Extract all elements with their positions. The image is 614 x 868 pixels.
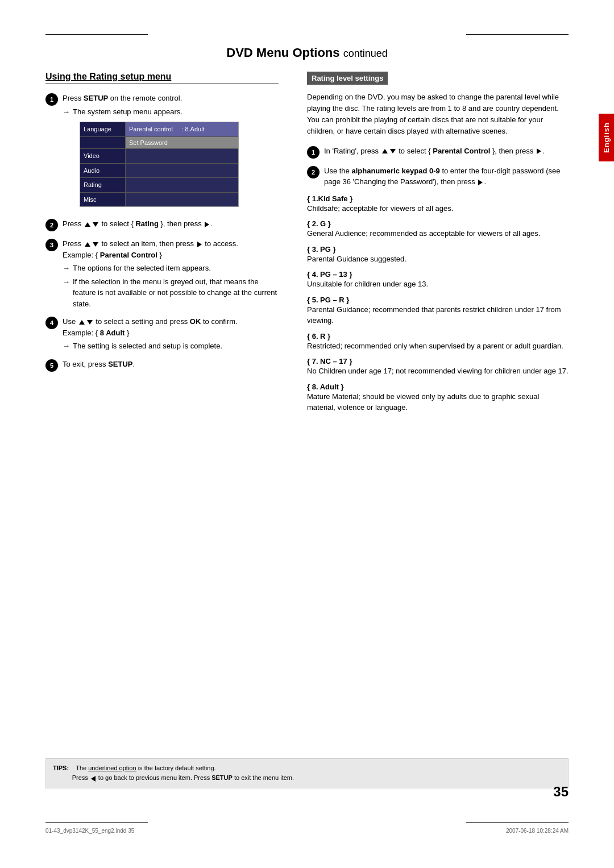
- right-step-1: 1 In 'Rating', press to select { Parenta…: [307, 146, 569, 159]
- rating-8-title: { 8. Adult }: [307, 383, 569, 391]
- page-title: DVD Menu Options continued: [0, 0, 614, 72]
- ratings-list: { 1.Kid Safe } Childsafe; acceptable for…: [307, 194, 569, 413]
- tips-box: TIPS: The underlined option is the facto…: [45, 758, 569, 788]
- right-step-2-content: Use the alphanumeric keypad 0-9 to enter…: [324, 165, 569, 188]
- rating-4-desc: Unsuitable for children under age 13.: [307, 279, 569, 290]
- rating-4: { 4. PG – 13 } Unsuitable for children u…: [307, 270, 569, 290]
- down-arrow-icon-r1: [390, 149, 396, 153]
- title-suffix: continued: [343, 48, 388, 59]
- right-step-2-number: 2: [307, 166, 320, 178]
- title-main: DVD Menu Options: [226, 45, 339, 60]
- menu-row-password: Set Password: [80, 137, 238, 149]
- arrow-icon-1: →: [63, 106, 70, 118]
- step-1-arrow: → The system setup menu appears.: [63, 106, 279, 118]
- menu-row-language: Language Parental control : 8.Adult: [80, 122, 238, 137]
- step-4-number: 4: [45, 317, 58, 329]
- left-arrow-tips: [91, 776, 96, 782]
- rating-7-title: { 7. NC – 17 }: [307, 357, 569, 366]
- rating-2-desc: General Audience; recommended as accepta…: [307, 228, 569, 239]
- step-5-number: 5: [45, 359, 58, 372]
- down-arrow-icon-1: [93, 222, 98, 227]
- rating-5: { 5. PG – R } Parental Guidance; recomme…: [307, 296, 569, 326]
- menu-cell-misc: Misc: [80, 193, 126, 207]
- menu-row-misc: Misc: [80, 193, 238, 207]
- menu-row-audio: Audio: [80, 164, 238, 178]
- up-arrow-icon-r1: [382, 149, 388, 153]
- rating-2: { 2. G } General Audience; recommended a…: [307, 219, 569, 239]
- rating-4-title: { 4. PG – 13 }: [307, 270, 569, 279]
- rating-3: { 3. PG } Parental Guidance suggested.: [307, 245, 569, 265]
- rating-5-desc: Parental Guidance; recommended that pare…: [307, 304, 569, 326]
- page-number: 35: [553, 784, 569, 800]
- up-arrow-icon-2: [85, 242, 90, 247]
- rating-1: { 1.Kid Safe } Childsafe; acceptable for…: [307, 194, 569, 214]
- up-arrow-icon-1: [85, 222, 90, 227]
- right-arrow-icon-2: [197, 242, 202, 247]
- rating-1-title: { 1.Kid Safe }: [307, 194, 569, 203]
- step-4: 4 Use to select a setting and press OK t…: [45, 316, 279, 352]
- step-3-arrow-2: → If the selection in the menu is greyed…: [63, 276, 279, 310]
- menu-cell-audio-right: [126, 164, 238, 178]
- down-arrow-icon-2: [93, 242, 98, 247]
- step-4-arrow: → The setting is selected and setup is c…: [63, 340, 279, 352]
- arrow-icon-3: →: [63, 276, 70, 288]
- menu-cell-setpassword: Set Password: [126, 137, 238, 149]
- right-arrow-icon-1: [205, 222, 209, 227]
- rating-bold: Rating: [135, 219, 158, 228]
- step-4-content: Use to select a setting and press OK to …: [63, 316, 279, 352]
- right-arrow-icon-r1: [537, 148, 541, 154]
- top-border-right: [466, 34, 569, 35]
- top-border-left: [45, 34, 148, 35]
- footer-info: 01-43_dvp3142K_55_eng2.indd 35 2007-06-1…: [45, 828, 569, 834]
- right-step-1-content: In 'Rating', press to select { Parental …: [324, 146, 569, 157]
- right-step-1-number: 1: [307, 146, 320, 159]
- rating-5-title: { 5. PG – R }: [307, 296, 569, 304]
- right-arrow-icon-r2: [478, 180, 483, 185]
- menu-row-rating: Rating: [80, 178, 238, 193]
- menu-cell-language: Language: [80, 122, 126, 136]
- menu-row-video: Video: [80, 149, 238, 164]
- menu-cell-video-right: [126, 149, 238, 163]
- arrow-icon-2: →: [63, 263, 70, 274]
- rating-6-desc: Restricted; recommended only when superv…: [307, 340, 569, 352]
- file-info: 01-43_dvp3142K_55_eng2.indd 35: [45, 828, 134, 834]
- rating-8-desc: Mature Material; should be viewed only b…: [307, 391, 569, 413]
- rating-6: { 6. R } Restricted; recommended only wh…: [307, 332, 569, 352]
- arrow-icon-4: →: [63, 340, 70, 352]
- tips-label: TIPS:: [53, 765, 69, 771]
- rating-intro-text: Depending on the DVD, you may be asked t…: [307, 92, 569, 138]
- rating-7: { 7. NC – 17 } No Children under age 17;…: [307, 357, 569, 377]
- setup-bold-2: SETUP: [108, 360, 132, 368]
- right-column: Rating level settings Depending on the D…: [301, 72, 569, 419]
- english-tab: English: [599, 114, 614, 161]
- rating-3-desc: Parental Guidance suggested.: [307, 254, 569, 265]
- bottom-border-right: [466, 822, 569, 823]
- step-2-content: Press to select { Rating }, then press .: [63, 218, 279, 230]
- menu-cell-empty1: [80, 137, 126, 149]
- up-arrow-icon-3: [79, 320, 85, 325]
- right-step-2: 2 Use the alphanumeric keypad 0-9 to ent…: [307, 165, 569, 188]
- adult-bold: 8 Adult: [100, 329, 125, 337]
- down-arrow-icon-3: [87, 320, 93, 325]
- rating-2-title: { 2. G }: [307, 219, 569, 228]
- menu-cell-rating: Rating: [80, 178, 126, 192]
- step-5-content: To exit, press SETUP.: [63, 359, 279, 370]
- menu-cell-misc-right: [126, 193, 238, 207]
- menu-cell-audio: Audio: [80, 164, 126, 178]
- step-1: 1 Press SETUP on the remote control. → T…: [45, 93, 279, 211]
- rating-6-title: { 6. R }: [307, 332, 569, 340]
- ok-bold: OK: [190, 317, 201, 326]
- step-1-content: Press SETUP on the remote control. → The…: [63, 93, 279, 211]
- menu-cell-rating-right: [126, 178, 238, 192]
- page-container: English DVD Menu Options continued Using…: [0, 0, 614, 868]
- rating-1-desc: Childsafe; acceptable for viewers of all…: [307, 203, 569, 214]
- rating-8: { 8. Adult } Mature Material; should be …: [307, 383, 569, 413]
- setup-tips-bold: SETUP: [211, 774, 233, 781]
- tips-line1: The underlined option is the factory def…: [76, 765, 215, 771]
- step-2: 2 Press to select { Rating }, then press…: [45, 218, 279, 231]
- step-3-content: Press to select an item, then press to a…: [63, 238, 279, 309]
- rating-3-title: { 3. PG }: [307, 245, 569, 254]
- date-info: 2007-06-18 10:28:24 AM: [506, 828, 569, 834]
- parental-control-bold-r: Parental Control: [433, 147, 490, 155]
- step-2-number: 2: [45, 219, 58, 231]
